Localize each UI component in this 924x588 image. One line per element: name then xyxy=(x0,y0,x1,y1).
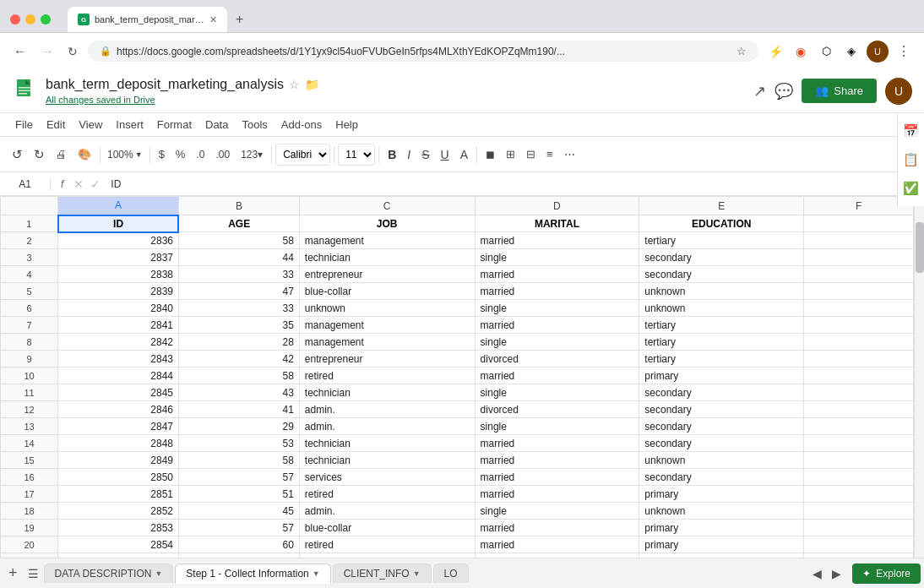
cell-f1[interactable] xyxy=(804,215,914,232)
cell-b8[interactable]: 28 xyxy=(178,334,299,351)
cell-c19[interactable]: blue-collar xyxy=(299,520,475,536)
active-tab[interactable]: G bank_term_deposit_marketing... ✕ xyxy=(68,7,227,32)
trend-button[interactable]: ↗ xyxy=(753,82,766,101)
cell-f8[interactable] xyxy=(804,334,914,351)
col-header-a[interactable]: A xyxy=(58,197,179,215)
cell-f16[interactable] xyxy=(804,469,914,486)
cell-f3[interactable] xyxy=(804,249,914,266)
cell-f20[interactable] xyxy=(804,536,914,553)
cell-e20[interactable]: primary xyxy=(639,536,804,553)
cell-e11[interactable]: secondary xyxy=(639,384,804,401)
cell-a12[interactable]: 2846 xyxy=(58,401,179,418)
cell-a4[interactable]: 2838 xyxy=(58,266,179,283)
cell-d5[interactable]: married xyxy=(475,283,639,300)
cell-e5[interactable]: unknown xyxy=(639,283,804,300)
cell-d13[interactable]: single xyxy=(475,418,639,435)
cell-f4[interactable] xyxy=(804,266,914,283)
bold-button[interactable]: B xyxy=(383,143,401,166)
new-tab-button[interactable]: + xyxy=(229,8,250,30)
cell-e16[interactable]: secondary xyxy=(639,469,804,486)
share-button[interactable]: 👥 Share xyxy=(802,79,877,103)
cell-d20[interactable]: married xyxy=(475,536,639,553)
cell-c18[interactable]: admin. xyxy=(299,503,475,520)
sheet-tab-lo[interactable]: LO xyxy=(433,564,469,583)
cell-b2[interactable]: 58 xyxy=(178,232,299,249)
col-header-d[interactable]: D xyxy=(475,197,639,215)
italic-button[interactable]: I xyxy=(402,143,416,166)
cell-e6[interactable]: unknown xyxy=(639,300,804,317)
cell-b5[interactable]: 47 xyxy=(178,283,299,300)
col-header-e[interactable]: E xyxy=(639,197,804,215)
cell-c1[interactable]: JOB xyxy=(299,215,475,232)
browser-menu-btn[interactable]: ⋮ xyxy=(894,41,914,61)
cell-d1[interactable]: MARITAL xyxy=(475,215,639,232)
cell-f13[interactable] xyxy=(804,418,914,435)
cell-b6[interactable]: 33 xyxy=(178,300,299,317)
cell-b16[interactable]: 57 xyxy=(178,469,299,486)
cell-e4[interactable]: secondary xyxy=(639,266,804,283)
cell-c12[interactable]: admin. xyxy=(299,401,475,418)
cell-reference[interactable]: A1 xyxy=(8,178,51,190)
cell-b1[interactable]: AGE xyxy=(178,215,299,232)
dec00-button[interactable]: .00 xyxy=(210,143,235,166)
cell-d11[interactable]: single xyxy=(475,384,639,401)
cell-d4[interactable]: married xyxy=(475,266,639,283)
cell-d19[interactable]: married xyxy=(475,520,639,536)
cell-d6[interactable]: single xyxy=(475,300,639,317)
cell-f17[interactable] xyxy=(804,486,914,503)
cell-a10[interactable]: 2844 xyxy=(58,368,179,384)
cell-e18[interactable]: unknown xyxy=(639,503,804,520)
menu-tools[interactable]: Tools xyxy=(235,117,274,133)
tab-collect-info-dropdown[interactable]: ▼ xyxy=(313,569,320,578)
cell-e19[interactable]: primary xyxy=(639,520,804,536)
redo-button[interactable]: ↻ xyxy=(29,143,50,166)
cell-f7[interactable] xyxy=(804,317,914,334)
cell-b9[interactable]: 42 xyxy=(178,351,299,368)
tab-client-info-dropdown[interactable]: ▼ xyxy=(413,569,421,578)
cell-a14[interactable]: 2848 xyxy=(58,435,179,452)
dec0-button[interactable]: .0 xyxy=(191,143,209,166)
text-color-button[interactable]: A xyxy=(455,143,473,166)
cell-b20[interactable]: 60 xyxy=(178,536,299,553)
cell-c5[interactable]: blue-collar xyxy=(299,283,475,300)
explore-button[interactable]: ✦ Explore xyxy=(852,564,921,584)
strikethrough-button[interactable]: S xyxy=(416,143,434,166)
percent-button[interactable]: % xyxy=(171,143,191,166)
more-toolbar-button[interactable]: ⋯ xyxy=(559,143,580,166)
sheet-tab-client-info[interactable]: CLIENT_INFO ▼ xyxy=(333,564,432,583)
traffic-light-yellow[interactable] xyxy=(25,14,35,24)
cell-f9[interactable] xyxy=(804,351,914,368)
comment-button[interactable]: 💬 xyxy=(775,82,793,101)
cell-d17[interactable]: married xyxy=(475,486,639,503)
cell-d8[interactable]: single xyxy=(475,334,639,351)
fill-color-button[interactable]: ◼ xyxy=(481,143,500,166)
cell-e9[interactable]: tertiary xyxy=(639,351,804,368)
user-avatar[interactable]: U xyxy=(885,78,912,105)
menu-format[interactable]: Format xyxy=(150,117,198,133)
folder-icon[interactable]: 📁 xyxy=(305,78,319,91)
cell-f18[interactable] xyxy=(804,503,914,520)
menu-view[interactable]: View xyxy=(72,117,109,133)
cell-f11[interactable] xyxy=(804,384,914,401)
bookmark-icon[interactable]: ☆ xyxy=(736,45,747,57)
add-sheet-button[interactable]: + xyxy=(3,561,23,585)
cell-e10[interactable]: primary xyxy=(639,368,804,384)
tab-prev-button[interactable]: ◀ xyxy=(808,565,826,582)
cell-a11[interactable]: 2845 xyxy=(58,384,179,401)
cell-b14[interactable]: 53 xyxy=(178,435,299,452)
sheet-tab-collect-info[interactable]: Step 1 - Collect Information ▼ xyxy=(175,564,330,584)
cell-b7[interactable]: 35 xyxy=(178,317,299,334)
cell-a5[interactable]: 2839 xyxy=(58,283,179,300)
cell-f5[interactable] xyxy=(804,283,914,300)
cell-b13[interactable]: 29 xyxy=(178,418,299,435)
cell-f19[interactable] xyxy=(804,520,914,536)
tab-close-icon[interactable]: ✕ xyxy=(209,14,217,25)
cell-e1[interactable]: EDUCATION xyxy=(639,215,804,232)
underline-button[interactable]: U xyxy=(436,143,454,166)
cell-d7[interactable]: married xyxy=(475,317,639,334)
scrollbar-thumb[interactable] xyxy=(916,222,924,273)
tab-next-button[interactable]: ▶ xyxy=(828,565,845,582)
cell-a17[interactable]: 2851 xyxy=(58,486,179,503)
cell-c8[interactable]: management xyxy=(299,334,475,351)
format123-button[interactable]: 123▾ xyxy=(236,143,268,166)
